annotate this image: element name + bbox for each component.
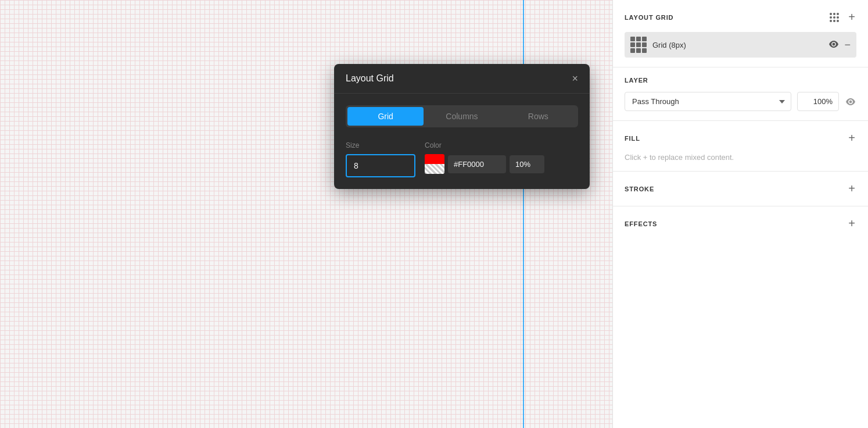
swatch-bottom xyxy=(425,164,444,174)
color-field-group: Color xyxy=(425,141,544,174)
layer-opacity-input[interactable] xyxy=(797,92,839,111)
layer-eye-icon xyxy=(846,98,855,105)
effects-section: EFFECTS + xyxy=(613,206,868,241)
hex-input[interactable] xyxy=(448,155,506,173)
grid-item-actions: − xyxy=(829,40,851,50)
layout-grid-dots-button[interactable] xyxy=(828,12,840,23)
grid-remove-button[interactable]: − xyxy=(844,40,851,50)
layer-controls: Pass Through Normal Darken Multiply Colo… xyxy=(625,92,856,111)
popup-header: Layout Grid × xyxy=(334,64,590,94)
layout-grid-actions: + xyxy=(828,9,856,25)
effects-header: EFFECTS + xyxy=(625,216,856,231)
grid-item-label: Grid (8px) xyxy=(652,41,823,49)
size-input[interactable] xyxy=(346,154,415,177)
popup-body: Grid Columns Rows Size Color xyxy=(334,94,590,189)
effects-title: EFFECTS xyxy=(625,220,657,227)
stroke-section: STROKE + xyxy=(613,172,868,206)
layer-visibility-button[interactable] xyxy=(845,97,856,106)
blend-mode-select[interactable]: Pass Through Normal Darken Multiply Colo… xyxy=(625,92,791,111)
eye-icon xyxy=(829,41,838,48)
layout-grid-header: LAYOUT GRID + xyxy=(625,9,856,25)
size-label: Size xyxy=(346,141,415,149)
fill-section: FILL + Click + to replace mixed content. xyxy=(613,121,868,172)
stroke-add-button[interactable]: + xyxy=(847,181,856,197)
color-label: Color xyxy=(425,141,544,149)
stroke-header: STROKE + xyxy=(625,181,856,197)
opacity-input[interactable] xyxy=(510,155,544,173)
close-icon[interactable]: × xyxy=(572,73,578,84)
right-panel: LAYOUT GRID + xyxy=(612,0,868,428)
fill-title: FILL xyxy=(625,135,640,142)
color-swatch[interactable] xyxy=(425,154,444,174)
fill-header: FILL + xyxy=(625,130,856,146)
grid-type-icon xyxy=(630,37,647,53)
tab-columns[interactable]: Columns xyxy=(424,107,500,126)
tab-rows[interactable]: Rows xyxy=(500,107,576,126)
effects-add-button[interactable]: + xyxy=(847,216,856,231)
dots-icon xyxy=(830,13,839,22)
layout-grid-popup: Layout Grid × Grid Columns Rows Size Col… xyxy=(334,64,590,189)
swatch-top xyxy=(425,154,444,164)
canvas-area: Layout Grid × Grid Columns Rows Size Col… xyxy=(0,0,612,428)
stroke-title: STROKE xyxy=(625,186,654,192)
fill-placeholder-text: Click + to replace mixed content. xyxy=(625,153,856,162)
grid-visibility-toggle[interactable] xyxy=(829,40,838,49)
layout-grid-section: LAYOUT GRID + xyxy=(613,0,868,67)
size-field-group: Size xyxy=(346,141,415,177)
color-inputs xyxy=(425,154,544,174)
layer-section: LAYER Pass Through Normal Darken Multipl… xyxy=(613,67,868,121)
fields-row: Size Color xyxy=(346,141,578,177)
layout-grid-add-button[interactable]: + xyxy=(847,9,856,25)
tab-grid[interactable]: Grid xyxy=(347,107,424,126)
layer-header: LAYER xyxy=(625,77,856,84)
layer-title: LAYER xyxy=(625,77,648,84)
layout-grid-title: LAYOUT GRID xyxy=(625,14,673,21)
grid-item-row: Grid (8px) − xyxy=(625,32,856,58)
tab-switcher: Grid Columns Rows xyxy=(346,105,578,127)
fill-add-button[interactable]: + xyxy=(847,130,856,146)
popup-title: Layout Grid xyxy=(346,73,394,84)
